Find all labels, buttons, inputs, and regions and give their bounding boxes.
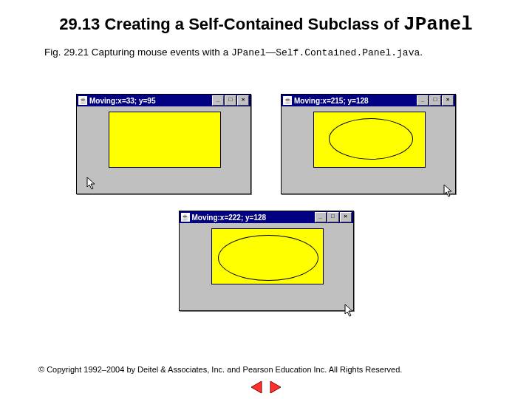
close-button[interactable]: × (340, 212, 352, 222)
titlebar: ☕ Moving: x=33; y=95 _ □ × (77, 95, 250, 106)
heading-code: JPanel (403, 13, 473, 35)
copyright-text: © Copyright 1992–2004 by Deitel & Associ… (38, 365, 402, 374)
titlebar: ☕ Moving: x=222; y=128 _ □ × (180, 211, 353, 223)
title-coords: x=215; y=128 (322, 97, 368, 105)
minimize-button[interactable]: _ (212, 95, 224, 106)
caption-prefix: Fig. 29.21 Capturing mouse events with a (44, 47, 231, 58)
self-contained-panel[interactable] (211, 228, 324, 284)
maximize-button[interactable]: □ (327, 212, 339, 222)
slide-nav (0, 380, 532, 395)
app-window-3: ☕ Moving: x=222; y=128 _ □ × (179, 211, 354, 311)
maximize-button[interactable]: □ (225, 95, 236, 106)
java-cup-icon: ☕ (181, 213, 190, 222)
self-contained-panel[interactable] (109, 112, 221, 168)
figure-caption: Fig. 29.21 Capturing mouse events with a… (0, 36, 532, 66)
client-area[interactable] (78, 107, 250, 193)
titlebar: ☕ Moving: x=215; y=128 _ □ × (282, 95, 455, 106)
app-window-1: ☕ Moving: x=33; y=95 _ □ × (76, 94, 251, 194)
title-prefix: Moving: (192, 214, 220, 222)
close-button[interactable]: × (442, 95, 454, 106)
minimize-button[interactable]: _ (315, 212, 327, 222)
app-window-2: ☕ Moving: x=215; y=128 _ □ × (281, 94, 456, 194)
client-area[interactable] (180, 224, 352, 310)
drawn-oval (218, 235, 318, 281)
drawn-oval (329, 118, 413, 160)
caption-code-jpanel: JPanel (231, 47, 266, 58)
title-prefix: Moving: (89, 97, 117, 105)
self-contained-panel[interactable] (313, 112, 426, 168)
title-coords: x=222; y=128 (220, 214, 266, 222)
caption-mid: — (266, 47, 276, 58)
caption-code-file: Self.Contained.Panel.java (276, 47, 420, 58)
next-slide-button[interactable] (268, 380, 283, 395)
heading-text: 29.13 Creating a Self-Contained Subclass… (59, 15, 403, 33)
java-cup-icon: ☕ (283, 96, 292, 105)
title-prefix: Moving: (294, 97, 322, 105)
minimize-button[interactable]: _ (417, 95, 429, 106)
caption-suffix: . (420, 47, 423, 58)
section-heading: 29.13 Creating a Self-Contained Subclass… (0, 0, 532, 36)
close-button[interactable]: × (237, 95, 249, 106)
java-cup-icon: ☕ (78, 96, 87, 105)
title-coords: x=33; y=95 (117, 97, 155, 105)
maximize-button[interactable]: □ (429, 95, 441, 106)
prev-slide-button[interactable] (249, 380, 264, 395)
client-area[interactable] (282, 107, 454, 193)
